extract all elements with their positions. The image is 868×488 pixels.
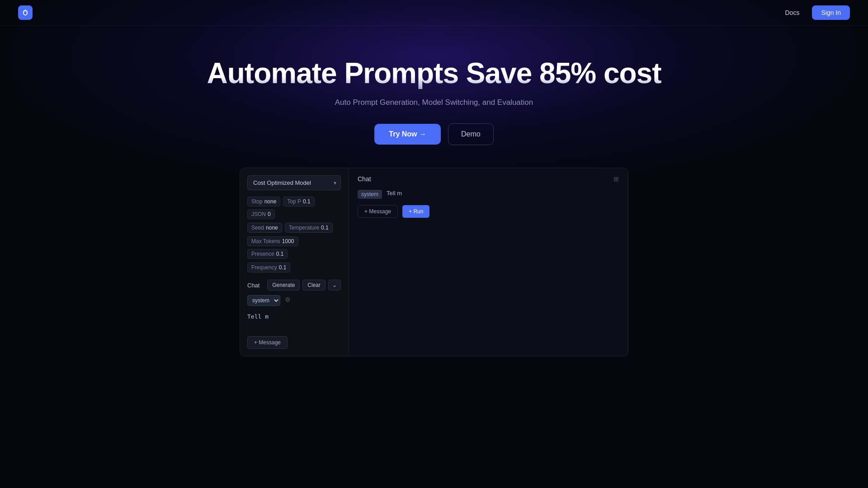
param-row-2: Seed none Temperature 0.1 xyxy=(247,223,341,233)
hero-buttons: Try Now → Demo xyxy=(9,123,859,145)
right-chat-label: Chat xyxy=(358,175,371,183)
max-tokens-label: Max Tokens xyxy=(251,238,280,244)
chat-chevron-button[interactable]: ⌄ xyxy=(328,280,341,291)
top-p-label: Top P xyxy=(287,198,301,205)
add-message-button[interactable]: + Message xyxy=(247,336,288,349)
max-tokens-param: Max Tokens 1000 xyxy=(247,236,298,246)
message-row: system ⚙ xyxy=(247,295,341,306)
presence-value: 0.1 xyxy=(276,251,284,257)
stop-param: Stop none xyxy=(247,197,280,206)
frequency-param: Frequency 0.1 xyxy=(247,263,290,272)
grid-icon-button[interactable]: ⊞ xyxy=(613,175,619,183)
demo-container: Cost Optimized Model ▾ Stop none Top P 0… xyxy=(240,168,628,357)
add-message-right-button[interactable]: + Message xyxy=(358,205,398,218)
stop-value: none xyxy=(264,198,277,205)
logo xyxy=(18,5,33,20)
presence-param: Presence 0.1 xyxy=(247,249,288,259)
temperature-param: Temperature 0.1 xyxy=(285,223,333,233)
chat-label: Chat xyxy=(247,282,259,289)
stop-label: Stop xyxy=(251,198,263,205)
signin-button[interactable]: Sign In xyxy=(812,5,850,20)
hero-section: Automate Prompts Save 85% cost Auto Prom… xyxy=(0,26,868,168)
temperature-value: 0.1 xyxy=(321,225,329,231)
clear-button[interactable]: Clear xyxy=(302,280,326,291)
seed-label: Seed xyxy=(251,225,264,231)
param-row-1: Stop none Top P 0.1 JSON 0 xyxy=(247,197,341,219)
logo-icon xyxy=(18,5,33,20)
demo-button[interactable]: Demo xyxy=(448,123,494,145)
presence-label: Presence xyxy=(251,251,274,257)
role-select[interactable]: system xyxy=(247,295,280,306)
navbar-right: Docs Sign In xyxy=(780,5,850,20)
frequency-label: Frequency xyxy=(251,264,277,271)
hero-subtitle: Auto Prompt Generation, Model Switching,… xyxy=(9,98,859,107)
message-textarea[interactable] xyxy=(247,312,341,330)
chat-actions: Generate Clear ⌄ xyxy=(267,280,341,291)
navbar: Docs Sign In xyxy=(0,0,868,26)
right-bottom-actions: + Message + Run xyxy=(358,205,619,218)
json-param: JSON 0 xyxy=(247,209,275,219)
model-select[interactable]: Cost Optimized Model xyxy=(247,175,341,190)
hero-title: Automate Prompts Save 85% cost xyxy=(9,57,859,89)
top-p-value: 0.1 xyxy=(303,198,311,205)
left-panel: Cost Optimized Model ▾ Stop none Top P 0… xyxy=(240,168,349,356)
right-message-row: system Tell m xyxy=(358,190,619,199)
seed-param: Seed none xyxy=(247,223,282,233)
json-value: 0 xyxy=(268,211,271,217)
right-message-text: Tell m xyxy=(387,190,619,197)
top-p-param: Top P 0.1 xyxy=(283,197,314,206)
param-row-3: Max Tokens 1000 Presence 0.1 xyxy=(247,236,341,259)
run-button[interactable]: + Run xyxy=(402,205,429,218)
params-grid: Stop none Top P 0.1 JSON 0 Seed none xyxy=(247,197,341,272)
json-label: JSON xyxy=(251,211,266,217)
frequency-value: 0.1 xyxy=(279,264,287,271)
right-icons: ⊞ xyxy=(613,175,619,183)
seed-value: none xyxy=(266,225,278,231)
model-select-wrapper: Cost Optimized Model ▾ xyxy=(247,175,341,190)
message-content-area xyxy=(247,310,341,333)
chat-section-header: Chat Generate Clear ⌄ xyxy=(247,280,341,291)
system-badge: system xyxy=(358,190,382,199)
temperature-label: Temperature xyxy=(289,225,319,231)
try-now-button[interactable]: Try Now → xyxy=(374,124,441,145)
right-panel-header: Chat ⊞ xyxy=(358,175,619,183)
max-tokens-value: 1000 xyxy=(282,238,294,244)
docs-button[interactable]: Docs xyxy=(780,6,805,19)
generate-button[interactable]: Generate xyxy=(267,280,300,291)
right-panel: Chat ⊞ system Tell m + Message + Run xyxy=(349,168,628,356)
message-settings-icon[interactable]: ⚙ xyxy=(284,295,292,304)
param-row-4: Frequency 0.1 xyxy=(247,263,341,272)
